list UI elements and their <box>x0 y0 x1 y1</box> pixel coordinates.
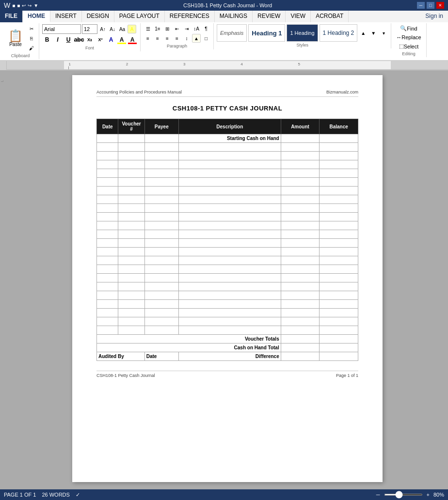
tab-page-layout[interactable]: PAGE LAYOUT <box>114 11 165 22</box>
line-spacing-button[interactable]: ↕ <box>182 34 191 43</box>
select-button[interactable]: ⬚ Select <box>397 42 421 50</box>
style-heading2[interactable]: 1 Heading 2 <box>320 24 358 42</box>
style-emphasis[interactable]: Emphasis <box>217 24 247 42</box>
tab-review[interactable]: REVIEW <box>253 11 286 22</box>
difference-label: Difference <box>178 352 281 361</box>
borders-button[interactable]: □ <box>202 34 210 43</box>
ribbon-content: 📋 Paste ✂ ⎘ 🖌 Clipboard A↑ A↓ Aa A B <box>0 22 448 61</box>
voucher-totals-balance <box>320 335 358 344</box>
sort-button[interactable]: ↕A <box>192 24 201 33</box>
audited-by-label: Audited By <box>97 352 145 361</box>
strikethrough-button[interactable]: abc <box>74 35 84 45</box>
clipboard-label: Clipboard <box>11 53 30 58</box>
tab-insert[interactable]: INSERT <box>50 11 82 22</box>
bold-button[interactable]: B <box>42 35 52 45</box>
ruler-margin <box>0 61 7 70</box>
styles-scroll-down[interactable]: ▼ <box>369 29 378 37</box>
word-icon: W <box>4 1 10 9</box>
col-voucher: Voucher # <box>118 119 144 134</box>
balance-cell <box>320 134 358 143</box>
replace-button[interactable]: ↔ Replace <box>394 33 423 41</box>
table-row <box>97 143 358 152</box>
left-margin: L <box>0 75 7 482</box>
page-container: Accounting Policies and Procedures Manua… <box>7 75 448 482</box>
subscript-button[interactable]: X₂ <box>85 35 95 45</box>
table-row <box>97 326 358 335</box>
table-row <box>97 274 358 282</box>
clipboard-group: 📋 Paste ✂ ⎘ 🖌 Clipboard <box>2 23 39 59</box>
difference-amount <box>281 352 320 361</box>
italic-button[interactable]: I <box>53 35 63 45</box>
font-color-button[interactable]: A <box>128 35 137 45</box>
table-row <box>97 300 358 309</box>
font-row2: B I U abc X₂ X² A A A <box>42 35 137 45</box>
find-button[interactable]: 🔍 Find <box>398 24 419 32</box>
highlight-button[interactable]: A <box>128 25 136 33</box>
payee-cell <box>144 134 178 143</box>
paste-icon: 📋 <box>8 30 23 42</box>
underline-button[interactable]: U <box>64 35 73 45</box>
audit-date-label: Date <box>144 352 178 361</box>
minimize-button[interactable]: ─ <box>417 2 425 9</box>
tab-file[interactable]: FILE <box>0 11 23 22</box>
document-page: Accounting Policies and Procedures Manua… <box>72 75 383 482</box>
header-left: Accounting Policies and Procedures Manua… <box>96 90 182 94</box>
font-size-input[interactable] <box>82 24 97 34</box>
tab-mailings[interactable]: MAILINGS <box>215 11 253 22</box>
text-effect-button[interactable]: A <box>106 35 116 45</box>
format-painter-button[interactable]: 🖌 <box>27 44 36 52</box>
document-footer: CSH108-1 Petty Cash Journal Page 1 of 1 <box>96 371 358 378</box>
paste-label: Paste <box>9 42 22 47</box>
styles-scroll-up[interactable]: ▲ <box>359 29 368 37</box>
date-cell <box>97 134 118 143</box>
superscript-button[interactable]: X² <box>96 35 105 45</box>
paste-button[interactable]: 📋 Paste <box>5 29 26 48</box>
shading-button[interactable]: ▲ <box>192 34 201 43</box>
cash-hand-total-balance <box>320 344 358 352</box>
numbering-button[interactable]: 1≡ <box>153 24 162 33</box>
justify-button[interactable]: ≡ <box>173 34 181 43</box>
document-header: Accounting Policies and Procedures Manua… <box>96 90 358 97</box>
starting-cash-label: Starting Cash on Hand <box>178 134 281 143</box>
bullets-button[interactable]: ☰ <box>144 24 152 33</box>
increase-indent-button[interactable]: ⇥ <box>182 24 191 33</box>
maximize-button[interactable]: □ <box>427 2 434 9</box>
close-button[interactable]: ✕ <box>436 2 444 9</box>
align-right-button[interactable]: ≡ <box>163 34 172 43</box>
amount-cell <box>281 134 320 143</box>
tab-references[interactable]: REFERENCES <box>165 11 215 22</box>
highlight-color-button[interactable]: A <box>117 35 127 45</box>
tab-acrobat[interactable]: ACROBAT <box>311 11 349 22</box>
ruler-scale: 1 2 3 4 5 <box>7 61 448 70</box>
paragraph-label: Paragraph <box>167 44 187 48</box>
style-heading1[interactable]: Heading 1 <box>248 24 285 42</box>
font-case-button[interactable]: Aa <box>118 25 127 33</box>
audit-difference-row: Audited By Date Difference <box>97 352 358 361</box>
style-heading1-dark[interactable]: 1 Heading <box>287 24 318 42</box>
table-row <box>97 317 358 326</box>
font-shrink-button[interactable]: A↓ <box>108 25 117 33</box>
show-formatting-button[interactable]: ¶ <box>202 24 210 33</box>
table-row <box>97 204 358 213</box>
table-row <box>97 178 358 187</box>
tab-design[interactable]: DESIGN <box>82 11 114 22</box>
cut-button[interactable]: ✂ <box>27 24 36 33</box>
decrease-indent-button[interactable]: ⇤ <box>173 24 181 33</box>
col-date: Date <box>97 119 118 134</box>
sign-in-button[interactable]: Sign in <box>420 11 448 22</box>
copy-button[interactable]: ⎘ <box>27 34 36 43</box>
multilevel-button[interactable]: ⊞ <box>163 24 172 33</box>
title-bar-left: W ■ ■ ↩ ↪ ▼ <box>4 1 38 9</box>
table-row <box>97 195 358 204</box>
font-name-input[interactable] <box>42 24 81 34</box>
col-balance: Balance <box>320 119 358 134</box>
styles-more[interactable]: ▾ <box>379 29 388 37</box>
align-center-button[interactable]: ≡ <box>153 34 162 43</box>
window-controls[interactable]: ─ □ ✕ <box>417 2 444 9</box>
paragraph-group: ☰ 1≡ ⊞ ⇤ ⇥ ↕A ¶ ≡ ≡ ≡ ≡ ↕ ▲ □ Paragraph <box>141 23 214 49</box>
align-left-button[interactable]: ≡ <box>144 34 152 43</box>
tab-home[interactable]: HOME <box>23 11 50 22</box>
font-grow-button[interactable]: A↑ <box>98 25 107 33</box>
tab-view[interactable]: VIEW <box>286 11 311 22</box>
title-bar: W ■ ■ ↩ ↪ ▼ CSH108-1 Petty Cash Journal … <box>0 0 448 11</box>
